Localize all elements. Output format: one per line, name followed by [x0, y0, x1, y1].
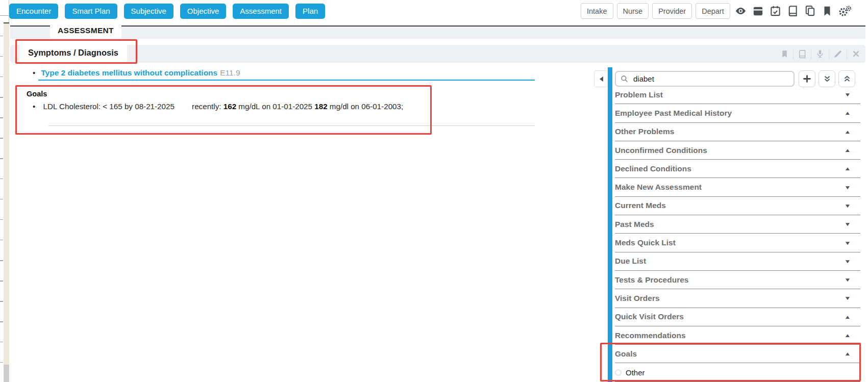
search-input[interactable] — [632, 74, 782, 84]
sidebar-item-employee-past-medical-history[interactable]: Employee Past Medical History ▲ — [615, 104, 860, 122]
search-icon — [620, 74, 629, 83]
section-title-chip[interactable]: Symptoms / Diagnosis — [19, 42, 127, 63]
sidebar-item-other[interactable]: Other — [615, 363, 860, 381]
collapsed-panel-strip[interactable] — [4, 22, 9, 365]
chevron-down-icon[interactable]: ▼ — [844, 185, 851, 190]
stage-button[interactable]: Nurse — [617, 3, 649, 19]
sidebar-accent-stripe — [608, 67, 612, 382]
stage-button-label: Intake — [587, 7, 607, 15]
sidebar-collapse-button[interactable] — [594, 70, 608, 87]
sidebar-item-quick-visit-orders[interactable]: Quick Visit Orders ▲ — [615, 308, 860, 326]
stage-button[interactable]: Intake — [581, 3, 613, 19]
sidebar-action-buttons — [799, 70, 855, 87]
copy-icon[interactable] — [803, 3, 817, 19]
nav-button[interactable]: Encounter — [9, 4, 58, 19]
section-title: Symptoms / Diagnosis — [28, 48, 118, 58]
sidebar-item-label: Recommendations — [615, 331, 686, 340]
stage-button-label: Nurse — [623, 7, 643, 15]
bookmark-icon[interactable] — [821, 3, 834, 19]
collapsed-panel-strip-end — [4, 365, 9, 382]
chevron-up-icon[interactable]: ▲ — [844, 351, 851, 356]
sidebar-item-unconfirmed-conditions[interactable]: Unconfirmed Conditions ▲ — [615, 141, 860, 160]
radio-icon[interactable] — [615, 369, 622, 376]
nav-button[interactable]: Assessment — [233, 4, 289, 19]
goal-recently-label: recently: — [192, 102, 221, 111]
assessment-header-chip: ASSESSMENT — [50, 23, 121, 38]
sidebar-section-list: Problem List ▼ Employee Past Medical His… — [615, 86, 860, 382]
sidebar-item-label: Employee Past Medical History — [615, 109, 732, 118]
sidebar-item-label: Other — [626, 368, 645, 377]
gutter-corner-line — [0, 15, 9, 16]
nav-button[interactable]: Subjective — [124, 4, 173, 19]
sidebar-item-current-meds[interactable]: Current Meds ▼ — [615, 197, 860, 215]
sidebar-item-other-problems[interactable]: Other Problems ▲ — [615, 123, 860, 141]
sidebar-item-meds-quick-list[interactable]: Meds Quick List ▼ — [615, 234, 860, 252]
stage-buttons: IntakeNurseProviderDepart — [581, 3, 730, 19]
sidebar-item-label: Visit Orders — [615, 294, 660, 303]
sidebar-item-visit-orders[interactable]: Visit Orders ▼ — [615, 289, 860, 308]
pencil-icon[interactable] — [829, 48, 847, 60]
bullet-icon: • — [33, 68, 35, 77]
chevron-up-icon[interactable]: ▲ — [844, 129, 851, 135]
book-icon[interactable] — [786, 3, 800, 19]
page-title: ASSESSMENT — [58, 26, 114, 35]
nav-button-label: Encounter — [16, 7, 51, 15]
goal-detail-1: mg/dL on 01-01-2025 — [238, 102, 312, 111]
collapse-all-button[interactable] — [838, 70, 855, 87]
chevron-up-icon[interactable]: ▲ — [844, 110, 851, 116]
chevron-up-icon[interactable]: ▲ — [844, 166, 851, 171]
close-icon[interactable] — [847, 48, 864, 60]
sidebar-item-recommendations[interactable]: Recommendations ▲ — [615, 326, 860, 345]
sidebar-item-label: Meds Quick List — [615, 238, 676, 247]
assessment-header-strip — [10, 27, 865, 39]
chevron-down-icon[interactable]: ▼ — [844, 92, 851, 97]
archive-icon[interactable] — [751, 3, 765, 19]
chevron-down-icon[interactable]: ▼ — [844, 240, 851, 246]
goal-entry[interactable]: • LDL Cholesterol: < 165 by 08-21-2025 r… — [33, 102, 403, 111]
bullet-icon: • — [33, 102, 35, 111]
sidebar-item-problem-list[interactable]: Problem List ▼ — [615, 86, 860, 104]
eye-icon[interactable] — [734, 3, 748, 19]
visit-stage-toolbar: IntakeNurseProviderDepart — [581, 3, 852, 19]
nav-button[interactable]: Objective — [180, 4, 227, 19]
nav-button[interactable]: Plan — [295, 4, 325, 19]
goal-underline — [48, 125, 535, 126]
chevron-down-icon[interactable]: ▼ — [844, 259, 851, 264]
goal-value-1: 162 — [224, 102, 236, 111]
chevron-down-icon[interactable]: ▼ — [844, 221, 851, 227]
sidebar-item-past-meds[interactable]: Past Meds ▼ — [615, 215, 860, 234]
diagnosis-code: E11.9 — [220, 68, 240, 77]
sidebar-item-label: Past Meds — [615, 220, 654, 229]
stage-button-label: Provider — [658, 7, 686, 15]
chevron-up-icon[interactable]: ▲ — [844, 314, 851, 320]
stage-button[interactable]: Provider — [652, 3, 692, 19]
chevron-up-icon[interactable]: ▲ — [844, 147, 851, 153]
book-icon[interactable] — [793, 48, 811, 60]
ehr-assessment-screen: EncounterSmart PlanSubjectiveObjectiveAs… — [0, 0, 868, 382]
chevron-down-icon[interactable]: ▼ — [844, 295, 851, 301]
sidebar-item-due-list[interactable]: Due List ▼ — [615, 252, 860, 271]
sidebar-item-declined-conditions[interactable]: Declined Conditions ▲ — [615, 160, 860, 178]
sidebar-item-make-new-assessment[interactable]: Make New Assessment ▼ — [615, 178, 860, 196]
chevron-up-icon[interactable]: ▲ — [844, 333, 851, 338]
calendar-check-icon[interactable] — [768, 3, 782, 19]
sidebar-item-tests-procedures[interactable]: Tests & Procedures ▼ — [615, 271, 860, 289]
add-button[interactable] — [799, 70, 815, 87]
nav-button-label: Subjective — [131, 7, 166, 15]
expand-all-button[interactable] — [819, 70, 835, 87]
sidebar-item-label: Quick Visit Orders — [615, 312, 684, 321]
sidebar-item-label: Make New Assessment — [615, 183, 702, 192]
diagnosis-link[interactable]: Type 2 diabetes mellitus without complic… — [41, 68, 217, 77]
chevron-down-icon[interactable]: ▼ — [844, 203, 851, 209]
goal-value-2: 182 — [314, 102, 327, 111]
sidebar-item-goals[interactable]: Goals ▲ — [615, 345, 860, 363]
section-header-icons — [776, 45, 864, 63]
sidebar-item-label: Tests & Procedures — [615, 275, 688, 285]
stage-button-label: Depart — [702, 7, 724, 15]
microphone-icon[interactable] — [811, 48, 829, 60]
stage-button[interactable]: Depart — [696, 3, 730, 19]
settings-gears-icon[interactable] — [838, 3, 852, 19]
chevron-down-icon[interactable]: ▼ — [844, 277, 851, 283]
nav-button[interactable]: Smart Plan — [65, 4, 117, 19]
bookmark-icon[interactable] — [776, 48, 793, 60]
